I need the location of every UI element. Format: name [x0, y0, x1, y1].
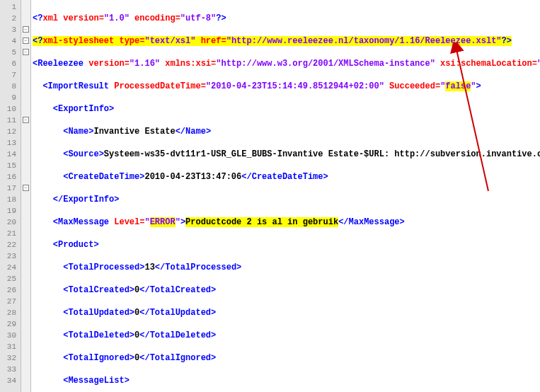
code-area[interactable]: <?xml version="1.0" encoding="utf-8"?> <… — [31, 0, 540, 392]
line-number: 17 — [0, 183, 16, 194]
line-number: 29 — [0, 318, 16, 330]
code-line: <TotalCreated>0</TotalCreated> — [33, 284, 540, 296]
code-line: <MaxMessage Level="ERROR">Productcode 2 … — [33, 217, 540, 228]
line-number: 3 — [0, 24, 16, 35]
line-number: 15 — [0, 160, 16, 171]
line-number: 12 — [0, 126, 16, 137]
line-number: 11 — [0, 115, 16, 126]
line-number: 27 — [0, 296, 16, 307]
code-line: <Product> — [33, 239, 540, 250]
line-number: 20 — [0, 217, 16, 228]
line-number: 13 — [0, 137, 16, 149]
code-line: <Source>Systeem-ws35-dvt11r1-USR_GLE_BUB… — [33, 149, 540, 160]
line-number: 10 — [0, 103, 16, 115]
code-line: <TotalProcessed>13</TotalProcessed> — [33, 262, 540, 273]
code-line: </ExportInfo> — [33, 194, 540, 205]
line-number: 6 — [0, 58, 16, 69]
line-number: 14 — [0, 149, 16, 160]
line-number: 31 — [0, 341, 16, 352]
line-number: 9 — [0, 92, 16, 103]
line-number: 33 — [0, 364, 16, 375]
line-number-gutter: 1 2 3 4 5 6 7 8 9 10 11 12 13 14 15 16 1… — [0, 0, 21, 392]
line-number: 19 — [0, 205, 16, 217]
line-number: 32 — [0, 352, 16, 364]
fold-toggle[interactable]: − — [23, 26, 29, 33]
code-line: <TotalUpdated>0</TotalUpdated> — [33, 307, 540, 318]
line-number: 18 — [0, 194, 16, 205]
code-line: <?xml-stylesheet type="text/xsl" href="h… — [33, 35, 540, 47]
code-line: <CreateDateTime>2010-04-23T13:47:06</Cre… — [33, 171, 540, 183]
code-line: <ImportResult ProcessedDateTime="2010-04… — [33, 81, 540, 92]
line-number: 4 — [0, 35, 16, 47]
line-number: 16 — [0, 171, 16, 183]
code-line: <TotalDeleted>0</TotalDeleted> — [33, 330, 540, 341]
line-number: 25 — [0, 273, 16, 284]
line-number: 28 — [0, 307, 16, 318]
line-number: 21 — [0, 228, 16, 239]
code-line: <Reeleezee version="1.16" xmlns:xsi="htt… — [33, 58, 540, 69]
line-number: 8 — [0, 81, 16, 92]
code-line: <TotalIgnored>0</TotalIgnored> — [33, 352, 540, 364]
line-number: 1 — [0, 1, 16, 13]
line-number: 26 — [0, 284, 16, 296]
code-editor: 1 2 3 4 5 6 7 8 9 10 11 12 13 14 15 16 1… — [0, 0, 540, 392]
line-number: 7 — [0, 69, 16, 81]
fold-toggle[interactable]: − — [23, 38, 29, 44]
line-number: 24 — [0, 262, 16, 273]
fold-toggle[interactable]: − — [23, 185, 29, 191]
line-number: 22 — [0, 239, 16, 250]
line-number: 5 — [0, 47, 16, 58]
fold-gutter: − − − − − — [21, 0, 31, 392]
code-line: <Name>Invantive Estate</Name> — [33, 126, 540, 137]
line-number: 34 — [0, 375, 16, 386]
code-line: <?xml version="1.0" encoding="utf-8"?> — [33, 13, 540, 24]
line-number: 30 — [0, 330, 16, 341]
line-number: 2 — [0, 13, 16, 24]
line-number: 23 — [0, 250, 16, 262]
fold-toggle[interactable]: − — [23, 117, 29, 123]
code-line: <MessageList> — [33, 375, 540, 386]
code-line: <ExportInfo> — [33, 103, 540, 115]
fold-toggle[interactable]: − — [23, 49, 29, 55]
